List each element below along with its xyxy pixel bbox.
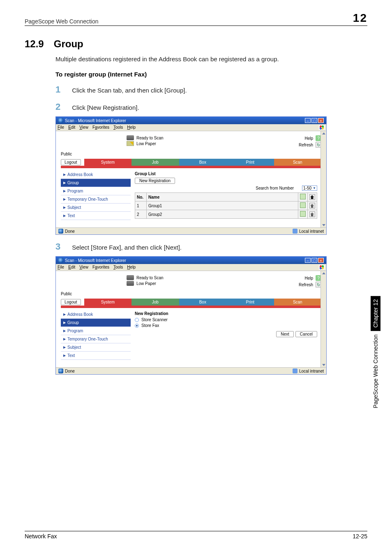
ie-icon [58,258,63,263]
printer-icon [127,275,134,280]
radio-icon[interactable] [135,318,139,322]
radio-store-fax[interactable]: Store Fax [135,323,317,328]
side-tab-black: Chapter 12 [371,296,380,331]
close-icon[interactable]: × [318,258,324,263]
maximize-icon[interactable]: □ [311,258,317,263]
table-row[interactable]: 1 Group1 🗑 [135,202,317,210]
menu-tools[interactable]: Tools [113,265,123,270]
refresh-link[interactable]: Refresh [299,143,313,147]
status-lowpaper: Low Paper [136,281,156,286]
tab-system[interactable]: System [84,299,131,306]
delete-icon[interactable]: 🗑 [309,194,315,200]
status-done: Done [65,229,75,234]
sidebar-item-group[interactable]: ▶Group [61,179,131,187]
tab-box[interactable]: Box [179,299,226,306]
menu-favorites[interactable]: Favorites [92,265,109,270]
screenshot-group-list: Scan - Microsoft Internet Explorer – □ ×… [55,116,327,235]
sidebar-item-subject[interactable]: ▶Subject [61,343,131,352]
tab-print[interactable]: Print [226,159,274,166]
tab-job[interactable]: Job [131,299,179,306]
sidebar-item-temporary[interactable]: ▶Temporary One-Touch [61,335,131,343]
menu-view[interactable]: View [79,265,88,270]
printer-icon [127,135,134,140]
step-3-number: 3 [55,241,60,252]
sidebar-item-addressbook[interactable]: ▶Address Book [61,171,131,179]
sidebar-item-text[interactable]: ▶Text [61,212,131,220]
menu-help[interactable]: Help [127,265,136,270]
logout-button[interactable]: Logout [61,159,81,165]
status-intranet: Local intranet [299,369,324,373]
logout-button[interactable]: Logout [61,299,81,305]
section-heading: 12.9 Group [25,38,367,50]
low-paper-icon [127,141,134,146]
delete-icon[interactable]: 🗑 [309,211,315,217]
group-table: No. Name 🗑 1 Group1 🗑 2 [135,192,317,219]
range-select[interactable]: 1-50▼ [302,185,317,191]
section-number: 12.9 [25,38,44,50]
sidebar: ▶Address Book ▶Group ▶Program ▶Temporary… [61,171,131,220]
step-3: 3 Select [Store Fax], and then click [Ne… [55,241,367,252]
tab-print[interactable]: Print [226,299,274,306]
sidebar-item-program[interactable]: ▶Program [61,187,131,195]
menu-file[interactable]: File [58,125,64,130]
side-tab-white: PageScope Web Connection [371,331,380,412]
window-titlebar: Scan - Microsoft Internet Explorer – □ × [56,117,326,124]
sidebar-item-text[interactable]: ▶Text [61,352,131,360]
sidebar-item-addressbook[interactable]: ▶Address Book [61,310,131,319]
minimize-icon[interactable]: – [305,258,311,263]
menu-view[interactable]: View [79,125,88,130]
menu-favorites[interactable]: Favorites [92,125,109,130]
close-icon[interactable]: × [318,118,324,123]
new-registration-button[interactable]: New Registration [135,178,175,184]
help-link[interactable]: Help [304,136,313,141]
tab-box[interactable]: Box [179,159,226,166]
intranet-icon [293,368,297,373]
status-lowpaper: Low Paper [136,141,156,146]
footer-left: Network Fax [25,533,57,540]
step-2-number: 2 [55,102,60,112]
printer-icon [127,281,134,286]
tab-scan[interactable]: Scan [274,299,321,306]
radio-icon[interactable] [135,324,139,328]
scrollbar[interactable] [321,131,326,227]
footer-right: 12-25 [353,533,367,540]
sidebar-item-subject[interactable]: ▶Subject [61,204,131,212]
public-label: Public [61,292,321,296]
tab-job[interactable]: Job [131,159,179,166]
section-title: Group [54,38,83,50]
ie-icon [58,368,63,373]
edit-icon[interactable] [300,194,306,199]
tab-system[interactable]: System [84,159,131,166]
menu-edit[interactable]: Edit [68,125,75,130]
table-row[interactable]: 2 Group2 🗑 [135,210,317,219]
menu-tools[interactable]: Tools [113,125,123,130]
edit-icon[interactable] [300,202,306,208]
search-from-label: Search from Number [256,186,294,190]
content-title: New Registration [135,311,317,316]
window-title: Scan - Microsoft Internet Explorer [65,258,126,263]
help-link[interactable]: Help [304,276,313,280]
screenshot-new-registration: Scan - Microsoft Internet Explorer – □ ×… [55,256,327,375]
sidebar-item-temporary[interactable]: ▶Temporary One-Touch [61,195,131,204]
delete-icon[interactable]: 🗑 [309,203,315,208]
content-title: Group List [135,171,317,176]
step-3-text: Select [Store Fax], and then click [Next… [72,244,182,251]
refresh-link[interactable]: Refresh [299,283,313,287]
side-tab: PageScope Web Connection Chapter 12 [371,296,380,412]
tab-scan[interactable]: Scan [274,159,321,166]
menu-edit[interactable]: Edit [68,265,75,270]
window-title: Scan - Microsoft Internet Explorer [65,118,126,123]
menu-help[interactable]: Help [127,125,136,130]
status-done: Done [65,369,75,373]
cancel-button[interactable]: Cancel [295,331,317,337]
sidebar-item-group[interactable]: ▶Group [61,319,131,327]
scrollbar[interactable] [321,271,326,367]
next-button[interactable]: Next [276,331,294,337]
maximize-icon[interactable]: □ [311,118,317,123]
menu-file[interactable]: File [58,265,64,270]
minimize-icon[interactable]: – [305,118,311,123]
edit-icon[interactable] [300,211,306,217]
radio-store-scanner[interactable]: Store Scanner [135,317,317,322]
header-number: 12 [353,12,367,25]
sidebar-item-program[interactable]: ▶Program [61,327,131,335]
